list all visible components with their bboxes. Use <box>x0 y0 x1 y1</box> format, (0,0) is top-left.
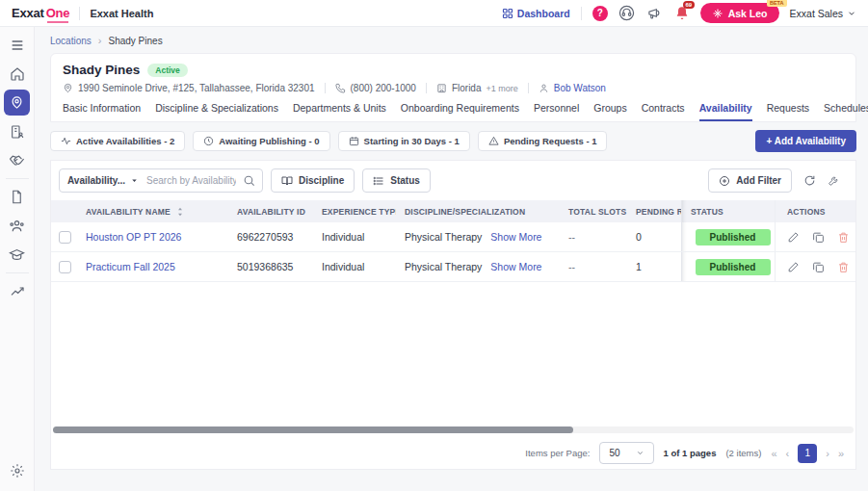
sidebar-item-people[interactable] <box>4 213 30 239</box>
region-more-link[interactable]: +1 more <box>487 84 518 93</box>
duplicate-button[interactable] <box>812 261 825 273</box>
items-per-page-select[interactable]: 50 <box>599 442 653 464</box>
table-settings-button[interactable] <box>828 174 840 187</box>
tab-onboarding-requirements[interactable]: Onboarding Requirements <box>401 102 519 121</box>
refresh-button[interactable] <box>803 174 816 187</box>
building-icon <box>436 83 447 93</box>
items-per-page-value: 50 <box>609 448 619 458</box>
add-filter-button[interactable]: Add Filter <box>708 168 792 193</box>
tab-contracts[interactable]: Contracts <box>642 102 685 121</box>
dashboard-label: Dashboard <box>517 8 570 19</box>
total-slots-value: -- <box>560 222 627 251</box>
sidebar-item-locations[interactable] <box>4 90 30 116</box>
location-contact-link[interactable]: Bob Watson <box>554 83 606 93</box>
tab-personnel[interactable]: Personnel <box>534 102 579 121</box>
discipline-value: Physical Therapy <box>405 231 482 243</box>
next-page-button[interactable]: › <box>826 448 829 459</box>
info-divider <box>528 83 529 93</box>
column-status[interactable]: STATUS <box>681 200 775 222</box>
breadcrumb-locations-link[interactable]: Locations <box>50 36 92 46</box>
copy-icon <box>812 231 825 244</box>
notification-count-badge: 69 <box>683 1 695 9</box>
status-badge-published: Published <box>696 259 771 275</box>
activity-icon <box>61 136 71 146</box>
sidebar-item-settings[interactable] <box>4 457 30 483</box>
account-menu[interactable]: Exxat Sales <box>790 8 856 19</box>
refresh-icon <box>803 174 816 187</box>
chip-pending-requests[interactable]: Pending Requests - 1 <box>478 131 608 151</box>
column-experience-type[interactable]: EXPERIENCE TYPE <box>313 200 396 222</box>
edit-button[interactable] <box>787 261 800 273</box>
column-pending-requests[interactable]: PENDING REQ <box>627 200 681 222</box>
edit-button[interactable] <box>787 231 800 244</box>
experience-type-value: Individual <box>313 222 396 251</box>
delete-button[interactable] <box>837 261 850 273</box>
chip-active-availabilities[interactable]: Active Availabilities - 2 <box>50 131 185 151</box>
sidebar-item-analytics[interactable] <box>4 278 30 304</box>
column-availability-id[interactable]: AVAILABILITY ID <box>228 200 313 222</box>
column-label: AVAILABILITY NAME <box>86 207 171 217</box>
last-page-button[interactable]: » <box>838 448 844 459</box>
sidebar-item-documents[interactable] <box>4 184 30 210</box>
tab-departments-units[interactable]: Departments & Units <box>293 102 386 121</box>
row-checkbox[interactable] <box>59 261 71 273</box>
book-icon <box>281 175 293 187</box>
status-filter-button[interactable]: Status <box>362 168 431 193</box>
headset-icon <box>618 5 635 21</box>
help-button[interactable]: ? <box>592 6 608 21</box>
announcements-button[interactable] <box>646 5 664 22</box>
sidebar-item-organization[interactable] <box>4 118 30 144</box>
horizontal-scrollbar[interactable] <box>53 426 854 433</box>
account-label: Exxat Sales <box>790 8 843 19</box>
sidebar-item-home[interactable] <box>4 61 30 87</box>
current-page-button[interactable]: 1 <box>798 444 817 463</box>
search-button[interactable] <box>236 174 262 187</box>
search-category-dropdown[interactable]: Availability... <box>60 175 146 186</box>
search-input[interactable] <box>146 175 236 186</box>
copy-icon <box>812 261 825 273</box>
discipline-filter-button[interactable]: Discipline <box>271 168 355 193</box>
column-label: AVAILABILITY ID <box>237 207 305 217</box>
page-info: 1 of 1 pages <box>664 448 717 458</box>
filter-toolbar: Availability... Discipline Status <box>51 161 855 200</box>
menu-icon <box>10 38 25 53</box>
tab-availability[interactable]: Availability <box>699 102 752 121</box>
first-page-button[interactable]: « <box>771 448 776 459</box>
address-pin-icon <box>63 83 73 93</box>
sort-icon[interactable] <box>176 207 184 217</box>
exxat-one-logo[interactable]: Exxat One <box>12 6 69 20</box>
tab-requests[interactable]: Requests <box>767 102 809 121</box>
tab-discipline-specializations[interactable]: Discipline & Specializations <box>155 102 278 121</box>
sidebar-menu-toggle[interactable] <box>4 32 30 58</box>
chip-starting-in-30-days[interactable]: Starting in 30 Days - 1 <box>338 131 470 151</box>
duplicate-button[interactable] <box>812 231 825 244</box>
column-total-slots[interactable]: TOTAL SLOTS <box>560 200 627 222</box>
scrollbar-thumb[interactable] <box>53 426 573 433</box>
add-availability-button[interactable]: + Add Availability <box>755 130 856 152</box>
show-more-link[interactable]: Show More <box>490 231 541 243</box>
tab-schedules[interactable]: Schedules <box>824 102 868 121</box>
previous-page-button[interactable]: ‹ <box>786 448 790 459</box>
column-availability-name[interactable]: AVAILABILITY NAME <box>77 200 228 222</box>
ask-leo-button[interactable]: Ask Leo BETA <box>700 3 779 23</box>
sidebar-item-academics[interactable] <box>4 242 30 268</box>
row-checkbox[interactable] <box>59 231 71 244</box>
tab-basic-information[interactable]: Basic Information <box>63 102 141 121</box>
show-more-link[interactable]: Show More <box>490 261 541 272</box>
items-per-page-label: Items per Page: <box>525 448 590 458</box>
dashboard-link[interactable]: Dashboard <box>502 8 570 19</box>
column-actions: ACTIONS <box>775 200 855 222</box>
chip-awaiting-publishing[interactable]: Awaiting Publishing - 0 <box>193 131 329 151</box>
support-headset-button[interactable] <box>618 5 636 22</box>
availability-name-link[interactable]: Practicum Fall 2025 <box>86 261 175 272</box>
column-discipline-specialization[interactable]: DISCIPLINE/SPECIALIZATION <box>396 200 560 222</box>
info-divider <box>325 83 326 93</box>
pencil-icon <box>787 261 800 273</box>
notifications-button[interactable]: 69 <box>674 5 690 22</box>
availability-name-link[interactable]: Houston OP PT 2026 <box>86 231 181 243</box>
sidebar-item-partnerships[interactable] <box>4 147 30 173</box>
beta-tag: BETA <box>767 0 787 7</box>
tab-groups[interactable]: Groups <box>593 102 626 121</box>
delete-button[interactable] <box>837 231 850 244</box>
location-address: 1990 Seminole Drive, #125, Tallahassee, … <box>78 83 315 93</box>
